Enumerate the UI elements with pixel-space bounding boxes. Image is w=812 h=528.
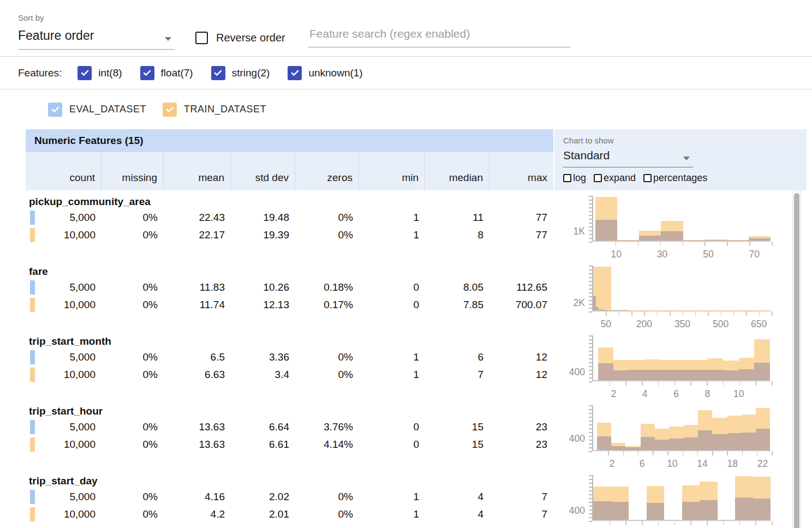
x-axis-tick: [619, 311, 620, 316]
stat-mean: 4.16: [164, 488, 231, 506]
scrollbar-thumb[interactable]: [794, 193, 799, 528]
checkbox-unchecked-icon: [563, 174, 571, 182]
stat-max: 12: [489, 366, 553, 383]
stat-mean: 13.63: [164, 418, 231, 436]
x-axis-tick-label: 650: [743, 319, 775, 330]
feature-type-checkbox-int[interactable]: int(8): [77, 66, 122, 80]
histogram-plot[interactable]: 246810: [592, 335, 771, 381]
x-axis-tick-label: 6: [660, 388, 692, 400]
chart-to-show-label: Chart to show: [563, 136, 807, 145]
y-axis-tick: [589, 405, 592, 406]
y-axis-tick: [589, 409, 592, 410]
x-axis-tick: [606, 311, 607, 316]
chart-option-label: log: [573, 172, 586, 184]
histogram-plot[interactable]: 2610141822: [592, 405, 771, 451]
x-axis-tick: [674, 381, 676, 386]
stat-zeros: 4.14%: [295, 436, 359, 453]
y-axis-tick: [589, 300, 592, 301]
histogram-plot[interactable]: 10305070: [592, 196, 771, 242]
toolbar: Sort by Feature order Reverse order: [0, 0, 812, 56]
feature-type-checkbox-string[interactable]: string(2): [211, 66, 270, 80]
stat-mean: 6.5: [164, 349, 231, 366]
feature-name: trip_start_day: [26, 470, 553, 488]
chart-option-expand[interactable]: expand: [594, 172, 636, 184]
stat-mean: 13.63: [164, 436, 231, 453]
reverse-order-checkbox[interactable]: Reverse order: [195, 32, 285, 44]
y-axis-tick: [589, 242, 592, 243]
eval-bar: [739, 369, 755, 380]
x-axis-tick: [683, 311, 684, 316]
x-axis-tick: [660, 242, 661, 246]
sort-by-select[interactable]: Feature order: [18, 28, 175, 50]
y-axis-tick: [589, 475, 592, 476]
eval-bar: [641, 437, 655, 450]
feature-type-label: float(7): [161, 67, 193, 79]
eval-bar: [735, 497, 753, 520]
x-axis-tick: [610, 521, 611, 525]
x-axis-tick: [708, 311, 709, 316]
stat-median: 15: [425, 418, 489, 436]
chart-option-percentages[interactable]: percentages: [643, 172, 707, 184]
feature-search-input[interactable]: [308, 25, 570, 47]
chart-option-log[interactable]: log: [563, 172, 586, 184]
stat-min: 1: [359, 226, 425, 244]
y-axis-tick: [589, 273, 592, 274]
x-axis-tick: [690, 381, 691, 386]
x-axis-tick: [721, 311, 722, 316]
y-axis-label: 400: [553, 434, 585, 443]
y-axis-tick: [589, 238, 592, 239]
x-axis-tick: [707, 381, 708, 386]
eval-bar: [639, 236, 661, 241]
eval-bar: [707, 370, 723, 380]
y-axis-tick: [589, 366, 592, 367]
column-header-std-dev: std dev: [231, 152, 295, 190]
stat-zeros: 0.17%: [295, 296, 359, 314]
stat-missing: 0%: [101, 436, 164, 453]
stat-std dev: 19.48: [231, 209, 295, 226]
vertical-scrollbar[interactable]: [792, 190, 801, 528]
x-axis-tick: [755, 521, 756, 525]
x-axis-tick: [727, 451, 728, 455]
feature-type-checkbox-unknown[interactable]: unknown(1): [288, 66, 362, 80]
y-axis-tick: [589, 362, 592, 363]
y-axis-tick: [589, 494, 592, 495]
x-axis-tick-label: 6: [626, 458, 659, 470]
stat-count: 10,000: [26, 506, 101, 523]
x-axis-tick: [723, 521, 724, 525]
checkbox-checked-icon: [288, 66, 302, 80]
dataset-toggle-train[interactable]: TRAIN_DATASET: [163, 103, 266, 117]
stat-mean: 11.74: [164, 296, 231, 314]
x-axis-tick: [623, 451, 624, 455]
histogram-plot[interactable]: [592, 475, 771, 521]
y-axis-tick: [589, 436, 592, 437]
y-axis-tick: [589, 200, 592, 201]
y-axis-tick: [589, 509, 592, 511]
chart-type-select[interactable]: Standard: [563, 149, 693, 167]
dataset-toggle-eval[interactable]: EVAL_DATASET: [48, 103, 146, 117]
stat-count: 10,000: [26, 296, 101, 314]
x-axis-tick: [707, 521, 708, 525]
eval-bar: [611, 446, 625, 450]
x-axis-tick: [746, 311, 747, 316]
x-axis-tick-label: 8: [691, 388, 724, 400]
eval-bar: [598, 363, 614, 380]
feature-type-checkbox-float[interactable]: float(7): [140, 66, 193, 80]
y-axis-label: 1K: [553, 226, 585, 236]
histogram-plot[interactable]: 50200350500650: [592, 266, 771, 311]
checkbox-unchecked-icon: [643, 174, 652, 182]
eval-bar: [754, 363, 770, 380]
y-axis-tick: [589, 347, 592, 348]
x-axis-tick: [742, 451, 743, 455]
feature-name: fare: [26, 260, 553, 279]
y-axis-tick: [589, 381, 592, 382]
stat-row-eval: 5,0000%13.636.643.76%01523: [26, 418, 553, 436]
sort-by-value: Feature order: [18, 28, 94, 43]
stat-count: 5,000: [26, 279, 101, 296]
x-axis-tick: [723, 381, 724, 386]
y-axis-tick: [589, 517, 592, 518]
feature-name: trip_start_month: [26, 330, 553, 349]
y-axis-tick: [589, 498, 592, 499]
x-axis-tick: [625, 381, 626, 386]
eval-bar: [597, 436, 611, 450]
x-axis-tick: [772, 381, 773, 386]
